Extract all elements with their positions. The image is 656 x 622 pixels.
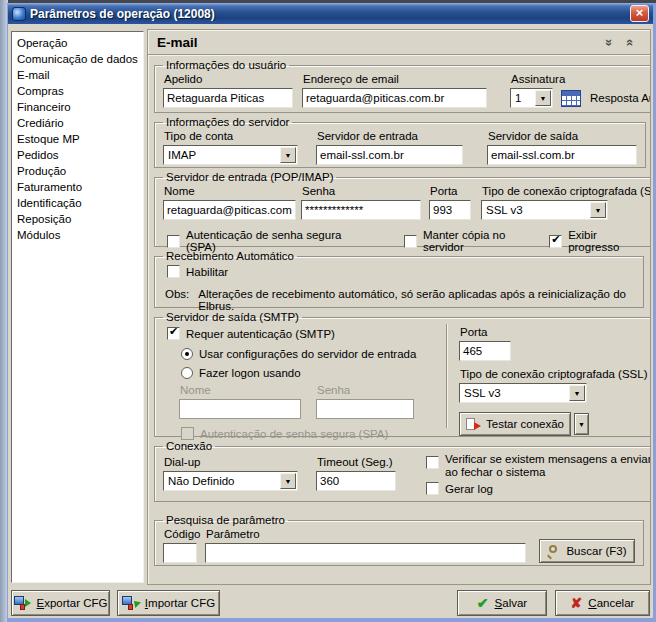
resposta-automatica-label: Resposta Automatica [590, 92, 651, 104]
close-icon[interactable]: × [630, 5, 649, 22]
exportar-cfg-label: Exportar CFG [37, 597, 108, 609]
requer-auth-label: Requer autenticação (SMTP) [186, 328, 335, 340]
app-icon [12, 7, 26, 21]
group-pesquisa: Pesquisa de parâmetro Código Parâmetro [154, 514, 644, 566]
requer-auth-checkbox[interactable] [167, 327, 180, 340]
smtp-porta-input[interactable]: 465 [459, 341, 511, 361]
group-conexao-legend: Conexão [163, 440, 215, 452]
sidebar-item-reposicao[interactable]: Reposição [13, 211, 142, 227]
dialup-select[interactable]: Não Definido ▼ [163, 471, 298, 491]
cancelar-label: Cancelar [588, 597, 634, 609]
tipo-conta-value: IMAP [165, 149, 280, 161]
chevron-down-icon[interactable]: ▼ [535, 90, 551, 106]
page-title: E-mail [157, 35, 599, 50]
smtp-porta-label: Porta [460, 326, 648, 338]
parametro-input[interactable] [205, 543, 526, 563]
assinatura-select[interactable]: 1 ▼ [510, 88, 553, 108]
group-user-info-legend: Informações do usuário [163, 59, 289, 71]
spa-checkbox[interactable] [167, 235, 180, 248]
chevron-down-icon[interactable]: » [602, 38, 617, 45]
cancelar-button[interactable]: ✘ Cancelar [555, 590, 650, 616]
porta-label: Porta [430, 185, 471, 197]
sidebar-item-pedidos[interactable]: Pedidos [13, 147, 142, 163]
codigo-input[interactable] [163, 543, 197, 563]
title-bar: Parâmetros de operação (12008) × [8, 3, 653, 24]
email-address-label: Endereço de email [303, 73, 487, 85]
window-title: Parâmetros de operação (12008) [30, 7, 626, 21]
import-config-icon [122, 596, 139, 610]
smtp-ssl-value: SSL v3 [461, 387, 569, 399]
sidebar-item-producao[interactable]: Produção [13, 163, 142, 179]
gerar-log-label: Gerar log [445, 483, 493, 495]
chevron-down-icon[interactable]: ▼ [590, 202, 606, 218]
senha-label: Senha [302, 185, 421, 197]
group-pesquisa-legend: Pesquisa de parâmetro [163, 514, 288, 526]
smtp-nome-input[interactable] [179, 399, 301, 419]
sidebar-item-compras[interactable]: Compras [13, 83, 142, 99]
usar-config-radio[interactable] [181, 348, 193, 360]
save-check-icon: ✔ [477, 596, 489, 610]
group-server-info: Informações do servidor Tipo de conta IM… [154, 116, 646, 168]
exibir-progresso-checkbox[interactable] [549, 235, 562, 248]
codigo-label: Código [164, 528, 197, 540]
sidebar-item-crediario[interactable]: Crediário [13, 115, 142, 131]
exportar-cfg-button[interactable]: Exportar CFG [11, 590, 110, 616]
fazer-logon-radio[interactable] [181, 367, 193, 379]
buscar-button[interactable]: Buscar (F3) [539, 539, 635, 563]
nome-input[interactable]: retaguarda@piticas.com [163, 200, 296, 220]
ssl-label: Tipo de conexão criptografada (SSL) [482, 185, 651, 197]
group-user-info: Informações do usuário Apelido Retaguard… [154, 59, 651, 113]
nome-label: Nome [164, 185, 296, 197]
sidebar-item-comunicacao[interactable]: Comunicação de dados [13, 51, 142, 67]
export-config-icon [14, 596, 31, 610]
sidebar-item-estoque-mp[interactable]: Estoque MP [13, 131, 142, 147]
sidebar-item-financeiro[interactable]: Financeiro [13, 99, 142, 115]
verificar-enviar-checkbox[interactable] [426, 456, 439, 469]
testar-conexao-button[interactable]: Testar conexão [459, 412, 571, 436]
group-incoming-server-legend: Servidor de entrada (POP/IMAP) [163, 171, 336, 183]
smtp-spa-label: Autenticação de senha segura (SPA) [200, 428, 388, 440]
servidor-saida-input[interactable]: email-ssl.com.br [487, 145, 637, 165]
chevron-down-icon[interactable]: ▼ [280, 147, 296, 163]
smtp-ssl-select[interactable]: SSL v3 ▼ [459, 383, 587, 403]
sidebar-item-operacao[interactable]: Operação [13, 35, 142, 51]
smtp-nome-label: Nome [180, 384, 301, 396]
chevron-up-icon[interactable]: « [623, 38, 638, 45]
email-address-input[interactable]: retaguarda@piticas.com.br [302, 88, 487, 108]
obs-label: Obs: [165, 288, 189, 312]
chevron-down-icon[interactable]: ▼ [569, 385, 585, 401]
sidebar-item-email[interactable]: E-mail [13, 67, 142, 83]
habilitar-checkbox[interactable] [167, 265, 180, 278]
apelido-input[interactable]: Retaguarda Piticas [163, 88, 293, 108]
assinatura-label: Assinatura [511, 73, 553, 85]
salvar-button[interactable]: ✔ Salvar [457, 590, 547, 616]
buscar-label: Buscar (F3) [566, 545, 626, 557]
sidebar-item-identificacao[interactable]: Identificação [13, 195, 142, 211]
sidebar-item-faturamento[interactable]: Faturamento [13, 179, 142, 195]
porta-input[interactable]: 993 [429, 200, 471, 220]
chevron-down-icon[interactable]: ▼ [280, 473, 296, 489]
servidor-entrada-input[interactable]: email-ssl.com.br [316, 145, 463, 165]
ssl-value: SSL v3 [483, 204, 590, 216]
category-list: Operação Comunicação de dados E-mail Com… [11, 31, 144, 583]
signature-table-icon[interactable] [561, 90, 581, 107]
panel-body: Informações do usuário Apelido Retaguard… [148, 55, 650, 584]
importar-cfg-button[interactable]: Importar CFG [117, 590, 220, 616]
cancel-x-icon: ✘ [571, 596, 583, 610]
timeout-input[interactable]: 360 [316, 471, 396, 491]
email-settings-panel: E-mail » « Informações do usuário Apelid… [147, 29, 651, 585]
ssl-select[interactable]: SSL v3 ▼ [481, 200, 608, 220]
manter-copia-checkbox[interactable] [404, 235, 417, 248]
sidebar-item-modulos[interactable]: Módulos [13, 227, 142, 243]
tipo-conta-select[interactable]: IMAP ▼ [163, 145, 298, 165]
gerar-log-checkbox[interactable] [426, 482, 439, 495]
dialup-label: Dial-up [164, 456, 298, 468]
test-connection-icon [466, 418, 480, 431]
group-incoming-server: Servidor de entrada (POP/IMAP) Nome reta… [154, 171, 651, 247]
senha-input[interactable]: ************* [301, 200, 421, 220]
smtp-spa-checkbox[interactable] [181, 427, 194, 440]
obs-text: Alterações de recebimento automático, só… [198, 288, 635, 312]
panel-header: E-mail » « [148, 30, 650, 55]
smtp-senha-input[interactable] [316, 399, 414, 419]
testar-conexao-dropdown[interactable]: ▼ [574, 413, 589, 435]
